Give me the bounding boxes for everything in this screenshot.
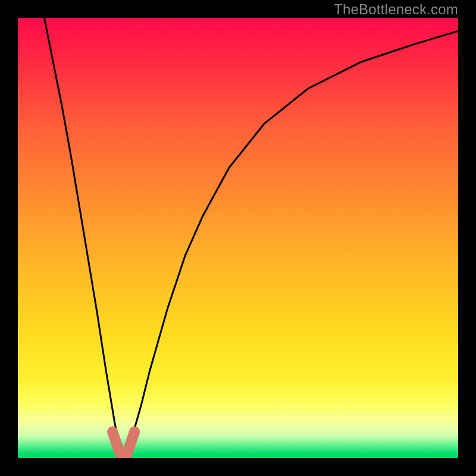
attribution-watermark: TheBottleneck.com xyxy=(334,1,458,18)
plot-area xyxy=(18,18,458,458)
bottleneck-curve xyxy=(44,18,458,458)
curve-layer xyxy=(18,18,458,458)
min-marker xyxy=(112,432,134,458)
chart-frame: TheBottleneck.com xyxy=(0,0,476,476)
